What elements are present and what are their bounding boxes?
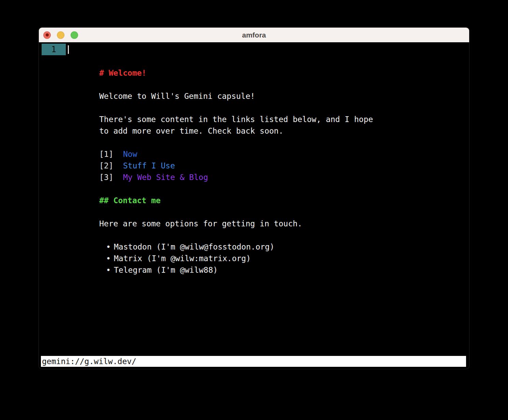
unsaved-dot-icon [46, 33, 49, 36]
link-now[interactable]: Now [123, 148, 137, 160]
url-bar[interactable]: gemini://g.wilw.dev/ [41, 356, 466, 367]
amfora-window: amfora 1 # Welcome! Welcome to Will's Ge… [39, 27, 469, 369]
link-index: [3] [99, 171, 123, 183]
blank-line [99, 183, 373, 195]
link-stuff-i-use[interactable]: Stuff I Use [123, 160, 175, 171]
text-cursor [68, 45, 69, 54]
list-item-matrix: • Matrix (I'm @wilw:matrix.org) [99, 253, 373, 264]
terminal-content: 1 # Welcome! Welcome to Will's Gemini ca… [39, 42, 469, 356]
paragraph-line: to add more over time. Check back soon. [99, 125, 373, 137]
blank-line [99, 137, 373, 148]
traffic-lights [43, 28, 78, 42]
list-item-text: Mastodon (I'm @wilw@fosstodon.org) [114, 241, 274, 253]
link-index: [2] [99, 160, 123, 171]
bullet-icon: • [106, 253, 114, 264]
list-item-mastodon: • Mastodon (I'm @wilw@fosstodon.org) [99, 241, 373, 253]
gemini-document: # Welcome! Welcome to Will's Gemini caps… [99, 67, 373, 276]
link-my-web-site-blog[interactable]: My Web Site & Blog [123, 171, 208, 183]
link-row-now: [1] Now [99, 148, 373, 160]
contact-intro-text: Here are some options for getting in tou… [99, 218, 373, 229]
window-title: amfora [39, 31, 469, 39]
intro-text: Welcome to Will's Gemini capsule! [99, 90, 373, 102]
minimize-button[interactable] [57, 31, 64, 39]
zoom-button[interactable] [71, 31, 78, 39]
window-titlebar: amfora [39, 28, 469, 42]
heading-welcome: # Welcome! [99, 67, 373, 79]
blank-line [99, 102, 373, 114]
bullet-icon: • [106, 264, 114, 276]
link-index: [1] [99, 148, 123, 160]
list-item-text: Telegram (I'm @wilw88) [114, 264, 218, 276]
blank-line [99, 79, 373, 90]
tab-1[interactable]: 1 [42, 44, 66, 55]
close-button[interactable] [43, 31, 51, 39]
list-item-text: Matrix (I'm @wilw:matrix.org) [114, 253, 251, 264]
blank-line [99, 229, 373, 241]
paragraph-line: There's some content in the links listed… [99, 114, 373, 125]
bullet-icon: • [106, 241, 114, 253]
blank-line [99, 206, 373, 218]
heading-contact-me: ## Contact me [99, 195, 373, 206]
link-row-stuff-i-use: [2] Stuff I Use [99, 160, 373, 171]
link-row-my-web-site: [3] My Web Site & Blog [99, 171, 373, 183]
list-item-telegram: • Telegram (I'm @wilw88) [99, 264, 373, 276]
